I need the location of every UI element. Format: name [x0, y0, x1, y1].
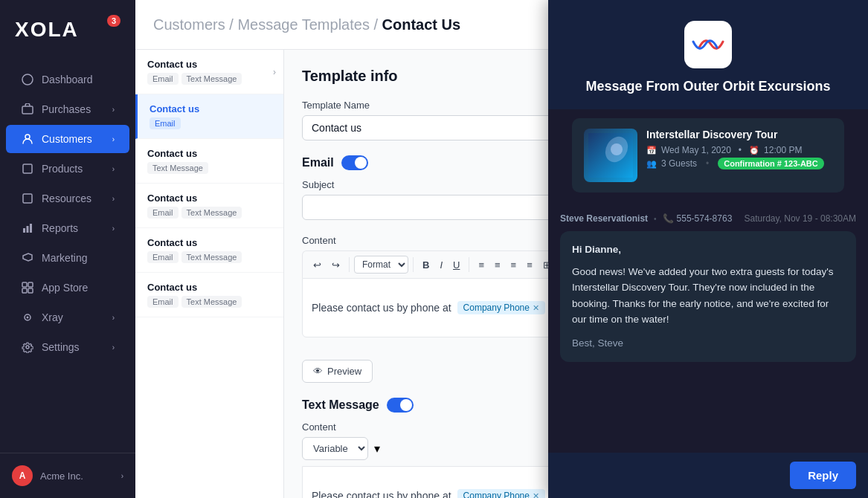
settings-chevron: › — [112, 343, 115, 352]
message-body: Steve Reservationist • 📞 555-574-8763 Sa… — [548, 201, 868, 453]
marketing-icon — [21, 251, 34, 265]
sidebar-item-settings[interactable]: Settings › — [6, 333, 129, 361]
sidebar-item-marketing[interactable]: Marketing — [6, 244, 129, 272]
products-chevron: › — [112, 165, 115, 173]
list-item-6[interactable]: Contact us Email Text Message — [135, 273, 283, 317]
sidebar-item-app-store-label: App Store — [42, 282, 88, 294]
sender-phone: 📞 555-574-8763 — [663, 213, 733, 224]
phone-number: 555-574-8763 — [677, 213, 733, 224]
svg-rect-6 — [27, 226, 29, 233]
remove-variable-btn[interactable]: ✕ — [533, 303, 539, 313]
list-item-2-tags: Email — [150, 117, 271, 129]
sidebar-item-app-store[interactable]: App Store — [6, 274, 129, 302]
tour-image — [584, 129, 637, 182]
sidebar-item-purchases-label: Purchases — [42, 103, 91, 115]
company-phone-variable[interactable]: Company Phone ✕ — [457, 301, 545, 314]
svg-point-2 — [25, 135, 30, 139]
guests-icon: 👥 — [646, 159, 657, 169]
sidebar-item-purchases[interactable]: Purchases › — [6, 95, 129, 123]
tour-guests: 3 Guests — [661, 158, 697, 169]
message-meta-row: Steve Reservationist • 📞 555-574-8763 Sa… — [560, 213, 856, 224]
svg-rect-3 — [23, 164, 32, 173]
list-item-3[interactable]: Contact us Text Message — [135, 139, 283, 184]
list-item-1[interactable]: Contact us Email Text Message › — [135, 50, 283, 94]
sidebar-item-xray[interactable]: Xray › — [6, 303, 129, 332]
list-item-6-tags: Email Text Message — [147, 296, 271, 308]
sidebar-item-customers-label: Customers — [42, 133, 92, 145]
clock-icon: ⏰ — [749, 146, 759, 155]
text-message-toggle[interactable] — [387, 398, 414, 413]
sidebar-footer[interactable]: A Acme Inc. › — [0, 453, 135, 498]
list-item-4[interactable]: Contact us Email Text Message — [135, 184, 283, 228]
sidebar-item-customers[interactable]: Customers › — [6, 125, 129, 153]
reports-chevron: › — [112, 224, 115, 233]
redo-btn[interactable]: ↪ — [327, 256, 344, 274]
overlay-title: Message From Outer Orbit Excursions — [585, 79, 830, 94]
message-text: Good news! We've added your two extra gu… — [572, 264, 844, 328]
resources-chevron: › — [112, 195, 115, 203]
company-name: Acme Inc. — [40, 470, 83, 482]
email-toggle[interactable] — [341, 155, 368, 170]
list-item-3-tags: Text Message — [147, 162, 271, 174]
sidebar-item-resources-label: Resources — [42, 193, 91, 204]
svg-point-0 — [22, 74, 33, 85]
svg-rect-10 — [22, 288, 27, 293]
list-item-3-title: Contact us — [147, 148, 271, 159]
undo-btn[interactable]: ↩ — [309, 256, 326, 274]
sidebar-item-marketing-label: Marketing — [42, 252, 87, 264]
svg-rect-5 — [23, 228, 25, 233]
message-card: Interstellar Discovery Tour 📅 Wed May 1,… — [572, 118, 844, 193]
bold-btn[interactable]: B — [418, 256, 434, 274]
message-signature: Best, Steve — [572, 335, 844, 352]
align-center-btn[interactable]: ≡ — [490, 256, 505, 274]
breadcrumb-sep2: / — [373, 16, 382, 33]
tour-date: Wed May 1, 2020 — [661, 145, 731, 155]
sidebar-nav: Dashboard Purchases › Customers › Produc… — [0, 56, 135, 453]
message-bubble: Hi Dianne, Good news! We've added your t… — [560, 231, 856, 362]
tour-time: 12:00 PM — [764, 145, 802, 155]
guests-dot: • — [706, 158, 709, 169]
svg-point-17 — [611, 143, 623, 155]
message-date: Saturday, Nov 19 - 08:30AM — [744, 213, 856, 224]
align-right-btn[interactable]: ≡ — [507, 256, 521, 274]
sidebar-item-reports[interactable]: Reports › — [6, 214, 129, 242]
tag-text: Text Message — [181, 73, 242, 85]
tag-email-6: Email — [147, 296, 179, 308]
dashboard-icon — [21, 73, 34, 86]
list-item-5[interactable]: Contact us Email Text Message — [135, 228, 283, 273]
purchases-chevron: › — [112, 106, 115, 114]
align-left-btn[interactable]: ≡ — [474, 256, 489, 274]
align-justify-btn[interactable]: ≡ — [522, 256, 537, 274]
text-variable-select[interactable]: Variable — [302, 437, 368, 460]
toolbar-divider-1 — [349, 257, 350, 272]
sidebar: XOLA 3 Dashboard Purchases › Customers › — [0, 0, 135, 498]
sidebar-item-dashboard[interactable]: Dashboard — [6, 65, 129, 94]
text-message-section-title: Text Message — [302, 398, 379, 412]
sidebar-item-resources[interactable]: Resources › — [6, 184, 129, 213]
tag-email-4: Email — [147, 207, 179, 219]
italic-btn[interactable]: I — [435, 256, 447, 274]
underline-btn[interactable]: U — [449, 256, 464, 274]
format-select[interactable]: Format — [354, 256, 408, 274]
breadcrumb-current: Contact Us — [382, 16, 461, 33]
list-item-2[interactable]: Contact us Email — [135, 94, 283, 139]
editor-prefix-text: Please contact us by phone at — [312, 302, 451, 314]
sidebar-item-reports-label: Reports — [42, 222, 78, 234]
purchases-icon — [21, 103, 34, 116]
text-company-phone-variable[interactable]: Company Phone ✕ — [457, 489, 545, 498]
breadcrumb-customers[interactable]: Customers — [153, 16, 225, 33]
text-remove-variable-btn[interactable]: ✕ — [533, 491, 539, 499]
svg-rect-8 — [22, 282, 27, 287]
svg-rect-9 — [28, 282, 33, 287]
sidebar-logo-area: XOLA 3 — [0, 0, 135, 56]
breadcrumb-message-templates[interactable]: Message Templates — [237, 16, 370, 33]
preview-button[interactable]: 👁 Preview — [302, 360, 373, 383]
list-item-1-title: Contact us — [147, 59, 271, 70]
list-item-1-tags: Email Text Message — [147, 73, 271, 85]
reply-button[interactable]: Reply — [790, 462, 856, 489]
tag-text-6: Text Message — [181, 296, 242, 308]
svg-rect-11 — [28, 288, 33, 293]
tag-email-5: Email — [147, 251, 179, 263]
sidebar-item-products[interactable]: Products › — [6, 155, 129, 183]
message-card-body: Interstellar Discovery Tour 📅 Wed May 1,… — [646, 129, 824, 169]
